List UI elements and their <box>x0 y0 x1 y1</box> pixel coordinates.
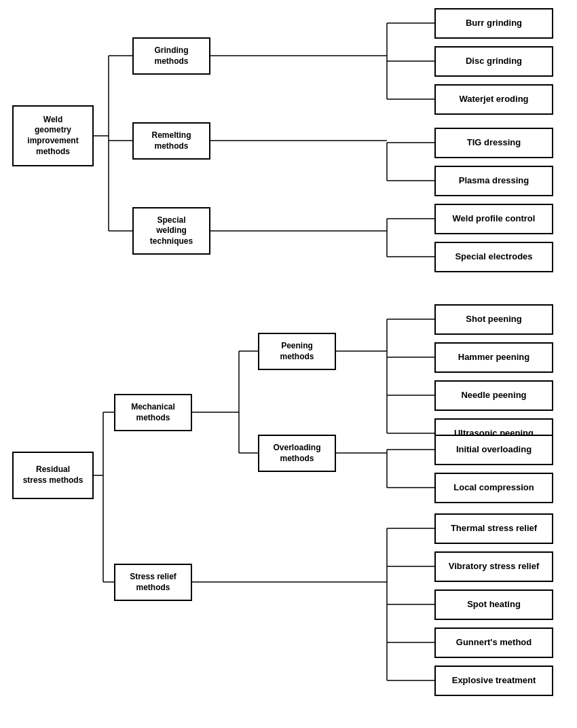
weld-profile-box: Weld profile control <box>434 204 553 234</box>
thermal-stress-box: Thermal stress relief <box>434 513 553 544</box>
stress-relief-box: Stress reliefmethods <box>114 564 192 601</box>
overloading-methods-box: Overloadingmethods <box>258 435 336 472</box>
mechanical-methods-box: Mechanicalmethods <box>114 394 192 431</box>
grinding-methods-box: Grindingmethods <box>132 37 210 75</box>
spot-heating-box: Spot heating <box>434 589 553 620</box>
burr-grinding-box: Burr grinding <box>434 8 553 39</box>
plasma-dressing-box: Plasma dressing <box>434 166 553 196</box>
needle-peening-box: Needle peening <box>434 380 553 411</box>
explosive-box: Explosive treatment <box>434 666 553 696</box>
shot-peening-box: Shot peening <box>434 304 553 335</box>
disc-grinding-box: Disc grinding <box>434 46 553 77</box>
residual-stress-box: Residualstress methods <box>12 452 94 499</box>
local-compression-box: Local compression <box>434 473 553 503</box>
hammer-peening-box: Hammer peening <box>434 342 553 373</box>
special-welding-box: Specialweldingtechniques <box>132 207 210 255</box>
weld-geometry-box: Weldgeometryimprovementmethods <box>12 105 94 166</box>
vibratory-stress-box: Vibratory stress relief <box>434 551 553 582</box>
remelting-methods-box: Remeltingmethods <box>132 122 210 160</box>
diagram: Weldgeometryimprovementmethods Grindingm… <box>0 0 577 728</box>
peening-methods-box: Peeningmethods <box>258 333 336 370</box>
waterjet-eroding-box: Waterjet eroding <box>434 84 553 115</box>
special-electrodes-box: Special electrodes <box>434 242 553 272</box>
gunnert-box: Gunnert's method <box>434 627 553 658</box>
tig-dressing-box: TIG dressing <box>434 128 553 158</box>
initial-overloading-box: Initial overloading <box>434 435 553 465</box>
